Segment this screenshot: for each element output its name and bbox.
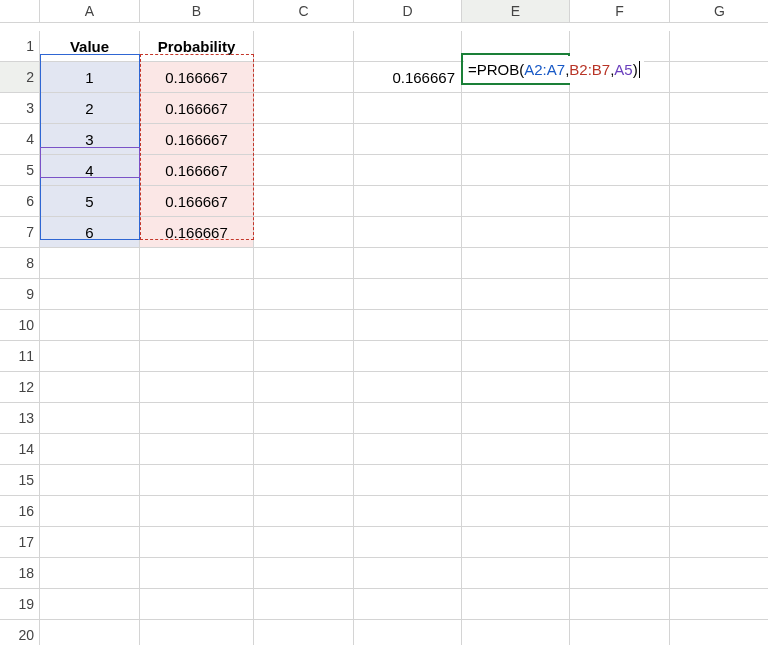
col-header-D[interactable]: D xyxy=(354,0,462,23)
col-header-B[interactable]: B xyxy=(140,0,254,23)
cell-B13[interactable] xyxy=(140,403,254,434)
cell-A20[interactable] xyxy=(40,620,140,645)
cell-F15[interactable] xyxy=(570,465,670,496)
cell-B10[interactable] xyxy=(140,310,254,341)
cell-E17[interactable] xyxy=(462,527,570,558)
cell-C12[interactable] xyxy=(254,372,354,403)
cell-D7[interactable] xyxy=(354,217,462,248)
formula-editor[interactable]: =PROB(A2:A7, B2:B7, A5) xyxy=(464,56,644,83)
cell-G10[interactable] xyxy=(670,310,768,341)
cell-D12[interactable] xyxy=(354,372,462,403)
cell-F3[interactable] xyxy=(570,93,670,124)
cell-G12[interactable] xyxy=(670,372,768,403)
cell-A16[interactable] xyxy=(40,496,140,527)
row-header-13[interactable]: 13 xyxy=(0,403,40,434)
cell-F20[interactable] xyxy=(570,620,670,645)
cell-B19[interactable] xyxy=(140,589,254,620)
cell-D5[interactable] xyxy=(354,155,462,186)
cell-G19[interactable] xyxy=(670,589,768,620)
cell-G14[interactable] xyxy=(670,434,768,465)
cell-C6[interactable] xyxy=(254,186,354,217)
cell-E16[interactable] xyxy=(462,496,570,527)
cell-A3[interactable]: 2 xyxy=(40,93,140,124)
cell-G5[interactable] xyxy=(670,155,768,186)
cell-D16[interactable] xyxy=(354,496,462,527)
cell-D19[interactable] xyxy=(354,589,462,620)
cell-D18[interactable] xyxy=(354,558,462,589)
col-header-F[interactable]: F xyxy=(570,0,670,23)
cell-D9[interactable] xyxy=(354,279,462,310)
cell-E10[interactable] xyxy=(462,310,570,341)
cell-B5[interactable]: 0.166667 xyxy=(140,155,254,186)
cell-E20[interactable] xyxy=(462,620,570,645)
row-header-20[interactable]: 20 xyxy=(0,620,40,645)
row-header-14[interactable]: 14 xyxy=(0,434,40,465)
cell-E11[interactable] xyxy=(462,341,570,372)
row-header-6[interactable]: 6 xyxy=(0,186,40,217)
cell-C4[interactable] xyxy=(254,124,354,155)
cell-A14[interactable] xyxy=(40,434,140,465)
cell-E4[interactable] xyxy=(462,124,570,155)
cell-F5[interactable] xyxy=(570,155,670,186)
cell-F13[interactable] xyxy=(570,403,670,434)
spreadsheet-grid[interactable]: A B C D E F G 1 Value Probability 2 1 0.… xyxy=(0,0,768,645)
cell-C17[interactable] xyxy=(254,527,354,558)
cell-C13[interactable] xyxy=(254,403,354,434)
cell-D17[interactable] xyxy=(354,527,462,558)
cell-F9[interactable] xyxy=(570,279,670,310)
cell-A18[interactable] xyxy=(40,558,140,589)
cell-F12[interactable] xyxy=(570,372,670,403)
cell-C7[interactable] xyxy=(254,217,354,248)
cell-B20[interactable] xyxy=(140,620,254,645)
cell-G9[interactable] xyxy=(670,279,768,310)
cell-C10[interactable] xyxy=(254,310,354,341)
cell-B1[interactable]: Probability xyxy=(140,31,254,62)
cell-F6[interactable] xyxy=(570,186,670,217)
cell-E12[interactable] xyxy=(462,372,570,403)
cell-C11[interactable] xyxy=(254,341,354,372)
cell-G2[interactable] xyxy=(670,62,768,93)
cell-A19[interactable] xyxy=(40,589,140,620)
cell-B12[interactable] xyxy=(140,372,254,403)
cell-A11[interactable] xyxy=(40,341,140,372)
row-header-12[interactable]: 12 xyxy=(0,372,40,403)
row-header-3[interactable]: 3 xyxy=(0,93,40,124)
cell-D10[interactable] xyxy=(354,310,462,341)
cell-D1[interactable] xyxy=(354,31,462,62)
cell-C9[interactable] xyxy=(254,279,354,310)
cell-A7[interactable]: 6 xyxy=(40,217,140,248)
cell-G13[interactable] xyxy=(670,403,768,434)
col-header-A[interactable]: A xyxy=(40,0,140,23)
cell-B15[interactable] xyxy=(140,465,254,496)
cell-B18[interactable] xyxy=(140,558,254,589)
cell-F10[interactable] xyxy=(570,310,670,341)
cell-G6[interactable] xyxy=(670,186,768,217)
cell-C15[interactable] xyxy=(254,465,354,496)
cell-F4[interactable] xyxy=(570,124,670,155)
cell-D4[interactable] xyxy=(354,124,462,155)
cell-A15[interactable] xyxy=(40,465,140,496)
cell-B16[interactable] xyxy=(140,496,254,527)
col-header-G[interactable]: G xyxy=(670,0,768,23)
cell-F19[interactable] xyxy=(570,589,670,620)
cell-E14[interactable] xyxy=(462,434,570,465)
cell-C18[interactable] xyxy=(254,558,354,589)
row-header-4[interactable]: 4 xyxy=(0,124,40,155)
row-header-17[interactable]: 17 xyxy=(0,527,40,558)
cell-B9[interactable] xyxy=(140,279,254,310)
cell-B17[interactable] xyxy=(140,527,254,558)
cell-E19[interactable] xyxy=(462,589,570,620)
cell-G8[interactable] xyxy=(670,248,768,279)
cell-D11[interactable] xyxy=(354,341,462,372)
cell-E8[interactable] xyxy=(462,248,570,279)
cell-B7[interactable]: 0.166667 xyxy=(140,217,254,248)
cell-E9[interactable] xyxy=(462,279,570,310)
cell-C19[interactable] xyxy=(254,589,354,620)
cell-E15[interactable] xyxy=(462,465,570,496)
row-header-1[interactable]: 1 xyxy=(0,31,40,62)
cell-E3[interactable] xyxy=(462,93,570,124)
cell-D8[interactable] xyxy=(354,248,462,279)
cell-C8[interactable] xyxy=(254,248,354,279)
cell-G20[interactable] xyxy=(670,620,768,645)
row-header-5[interactable]: 5 xyxy=(0,155,40,186)
